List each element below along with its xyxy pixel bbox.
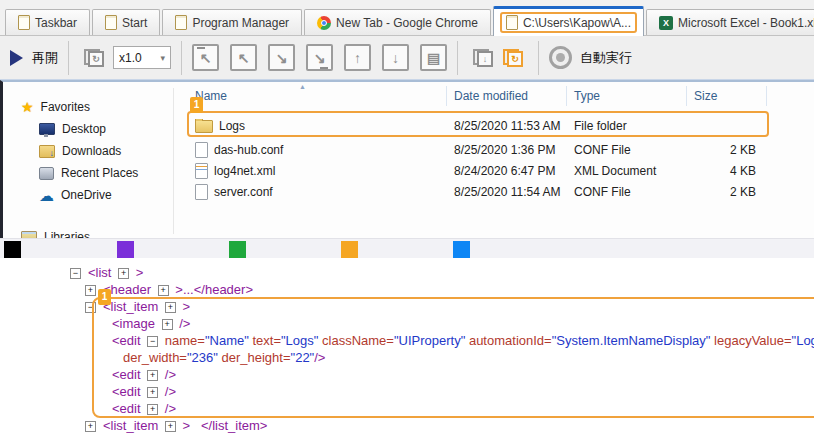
selection-badge: 1	[190, 97, 203, 113]
column-divider[interactable]	[686, 86, 687, 106]
toggle-plus-icon[interactable]: +	[147, 387, 158, 398]
file-row-server-conf[interactable]: server.conf8/25/2020 11:54 AMCONF File2 …	[187, 181, 814, 202]
column-divider[interactable]	[766, 86, 767, 106]
toggle-plus-icon[interactable]: +	[165, 302, 176, 313]
toggle-plus-icon[interactable]: +	[165, 421, 176, 432]
step-button-arrow-up[interactable]: ↑	[344, 44, 371, 71]
downloads-icon: ↓	[39, 145, 55, 158]
thumbnail-swatch-1[interactable]	[4, 241, 21, 258]
document-icon	[105, 15, 117, 30]
xml-node-line[interactable]: <image + />	[0, 315, 814, 332]
toggle-plus-icon[interactable]: +	[118, 268, 129, 279]
tab-label: Start	[122, 16, 147, 30]
desktop-icon	[39, 123, 55, 135]
thumbnail-swatch-5[interactable]	[453, 241, 470, 258]
sidebar-item-label: Libraries	[44, 230, 90, 238]
file-row-log4net-xml[interactable]: log4net.xml8/24/2020 6:47 PMXML Document…	[187, 160, 814, 181]
expander-plus-icon[interactable]: +	[85, 421, 96, 432]
file-size: 4 KB	[686, 164, 766, 178]
toggle-plus-icon[interactable]: +	[158, 285, 169, 296]
xml-tag: <image	[112, 316, 159, 331]
file-row-das-hub-conf[interactable]: das-hub.conf8/25/2020 1:36 PMCONF File2 …	[187, 139, 814, 160]
expander-minus-icon[interactable]: −	[70, 268, 81, 279]
xml-tag: <edit	[112, 384, 144, 399]
chrome-icon	[317, 16, 331, 30]
xml-tag: />	[176, 316, 191, 331]
column-headers: NameDate modifiedTypeSize	[187, 87, 766, 105]
play-icon	[10, 50, 23, 66]
capture-view-button[interactable]: ↻	[498, 44, 528, 72]
column-header-size[interactable]: Size	[686, 87, 766, 105]
sidebar-item-downloads[interactable]: ↓Downloads	[11, 140, 169, 162]
tab-label: C:\Users\Kapow\A...	[523, 16, 631, 30]
step-button-arrow-upleft-edge[interactable]: ↖	[192, 44, 219, 71]
xml-node-line[interactable]: −<list + >	[0, 264, 814, 281]
column-header-type[interactable]: Type	[566, 87, 686, 105]
sidebar-item-favorites[interactable]: ★Favorites	[11, 96, 169, 118]
xml-attr: der_width=	[123, 350, 187, 365]
tab-program-manager[interactable]: Program Manager	[162, 9, 302, 35]
xml-node-line[interactable]: +<list_item + > </list_item>	[0, 417, 814, 433]
xml-node-line[interactable]: der_width="236" der_height="22"/>	[0, 349, 814, 366]
zoom-select[interactable]: x1.0 ▾	[113, 46, 171, 69]
document-icon	[506, 15, 518, 30]
step-button-arrow-upleft[interactable]: ↖	[230, 44, 257, 71]
toolbar-separator	[538, 41, 539, 75]
toggle-plus-icon[interactable]: +	[147, 404, 158, 415]
tab-label: Taskbar	[35, 16, 77, 30]
resume-button[interactable]: 再開	[10, 49, 58, 67]
xml-node-line[interactable]: <edit + />	[0, 366, 814, 383]
selection-highlight-box	[187, 111, 769, 137]
refresh-screen-button[interactable]: ↻	[79, 44, 109, 72]
capture-view-icon: ↻	[503, 49, 523, 67]
sidebar-item-onedrive[interactable]: ☁OneDrive	[11, 184, 169, 206]
xml-tag: <list	[88, 265, 115, 280]
xml-node-line[interactable]: <edit − name="Name" text="Logs" classNam…	[0, 332, 814, 349]
xml-attr: legacyValue=	[710, 333, 791, 348]
arrow-downright-edge-icon: ↘	[314, 51, 326, 65]
file-type: CONF File	[566, 185, 686, 199]
file-name: das-hub.conf	[214, 143, 283, 157]
xml-node-line[interactable]: +<header + >...</header>	[0, 281, 814, 298]
tab-label-wrap: Program Manager	[169, 12, 295, 33]
auto-run-button[interactable]: 自動実行	[549, 46, 632, 69]
copy-screen-button[interactable]: ↓	[468, 44, 498, 72]
expander-minus-icon[interactable]: −	[85, 302, 96, 313]
xml-node-line[interactable]: −<list_item + >	[0, 298, 814, 315]
xml-node-line[interactable]: <edit + />	[0, 400, 814, 417]
step-button-arrow-down[interactable]: ↓	[382, 44, 409, 71]
sidebar-item-recent-places[interactable]: Recent Places	[11, 162, 169, 184]
column-header-date-modified[interactable]: Date modified	[446, 87, 566, 105]
tab-c-users-kapow-a[interactable]: C:\Users\Kapow\A...	[493, 6, 644, 36]
sidebar-item-libraries[interactable]: Libraries	[11, 226, 169, 238]
step-button-arrow-downright-edge[interactable]: ↘	[306, 44, 333, 71]
column-divider[interactable]	[446, 86, 447, 106]
column-header-name[interactable]: Name	[187, 87, 446, 105]
tab-label-wrap: Start	[99, 12, 153, 33]
tab-label: Microsoft Excel - Book1.xlsx	[678, 16, 814, 30]
tab-microsoft-excel-book1-xlsx[interactable]: XMicrosoft Excel - Book1.xlsx	[646, 9, 814, 35]
xml-node-line[interactable]: <edit + />	[0, 383, 814, 400]
arrow-downright-icon: ↘	[276, 51, 288, 65]
sidebar-item-label: OneDrive	[61, 188, 112, 202]
thumbnail-swatch-4[interactable]	[341, 241, 358, 258]
column-divider[interactable]	[566, 86, 567, 106]
toggle-plus-icon[interactable]: +	[147, 370, 158, 381]
xml-tag: <edit	[112, 333, 144, 348]
tab-start[interactable]: Start	[92, 9, 160, 35]
thumbnail-swatch-3[interactable]	[229, 241, 246, 258]
tab-taskbar[interactable]: Taskbar	[5, 9, 90, 35]
step-button-pages[interactable]: ▤	[420, 44, 447, 71]
xml-val: "Logs"	[281, 333, 318, 348]
toggle-plus-icon[interactable]: +	[162, 319, 173, 330]
sidebar-item-desktop[interactable]: Desktop	[11, 118, 169, 140]
file-explorer: ★FavoritesDesktop↓DownloadsRecent Places…	[0, 80, 814, 238]
thumbnail-swatch-2[interactable]	[117, 241, 134, 258]
sidebar-item-label: Favorites	[41, 100, 90, 114]
toggle-minus-icon[interactable]: −	[147, 336, 158, 347]
star-icon: ★	[21, 100, 34, 114]
step-button-arrow-downright[interactable]: ↘	[268, 44, 295, 71]
file-type: CONF File	[566, 143, 686, 157]
expander-plus-icon[interactable]: +	[85, 285, 96, 296]
tab-new-tab-google-chrome[interactable]: New Tab - Google Chrome	[304, 9, 491, 35]
